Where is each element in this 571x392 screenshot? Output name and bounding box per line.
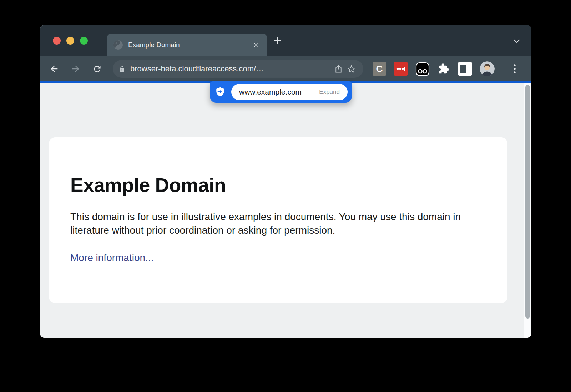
tab-strip: Example Domain [40, 25, 531, 56]
tab-title: Example Domain [128, 41, 252, 49]
kebab-menu-icon [513, 63, 516, 74]
scrollbar-thumb[interactable] [525, 85, 530, 319]
tab-close-icon[interactable] [252, 41, 261, 49]
example-domain-card: Example Domain This domain is for use in… [49, 137, 507, 303]
extensions-menu-button[interactable] [437, 62, 450, 76]
page-title: Example Domain [70, 174, 486, 197]
reload-button[interactable] [91, 62, 103, 75]
isolated-hostname: www.example.com [239, 88, 302, 96]
shield-arrow-icon [215, 87, 226, 97]
page-viewport: www.example.com Expand Example Domain Th… [40, 83, 531, 338]
rings-extension-button[interactable] [415, 62, 429, 76]
globe-icon [113, 40, 123, 50]
expand-button[interactable]: Expand [319, 88, 340, 96]
forward-arrow-icon [71, 64, 81, 74]
profile-avatar-button[interactable] [480, 61, 495, 76]
page-paragraph: This domain is for use in illustrative e… [70, 210, 477, 237]
share-button[interactable] [332, 62, 345, 75]
more-information-link[interactable]: More information... [70, 252, 153, 263]
window-minimize-button[interactable] [66, 37, 74, 45]
lastpass-dots-icon [394, 62, 408, 76]
extensions-area: C [373, 61, 519, 76]
browser-tab[interactable]: Example Domain [107, 34, 267, 56]
url-text: browser-beta.cloudflareaccess.com/… [130, 64, 332, 73]
browser-window: Example Domain [40, 25, 531, 338]
c-extension-glyph: C [376, 63, 383, 75]
c-extension-button[interactable]: C [373, 62, 386, 76]
lastpass-extension-button[interactable] [394, 62, 408, 76]
isolation-pill[interactable]: www.example.com Expand [210, 81, 352, 103]
browser-menu-button[interactable] [510, 62, 519, 75]
star-icon [347, 64, 356, 74]
window-zoom-button[interactable] [80, 37, 88, 45]
new-tab-button[interactable] [273, 36, 283, 46]
chevron-down-icon [512, 36, 521, 46]
plus-icon [273, 36, 282, 45]
window-close-button[interactable] [53, 37, 61, 45]
browser-toolbar: browser-beta.cloudflareaccess.com/… C [40, 56, 531, 81]
side-panel-icon [460, 65, 466, 73]
black-rings-icon [415, 62, 430, 76]
lock-icon [118, 66, 125, 72]
avatar-photo [480, 61, 495, 76]
share-icon [334, 64, 343, 74]
back-button[interactable] [48, 62, 61, 75]
puzzle-icon [438, 63, 449, 75]
tab-search-chevron-button[interactable] [512, 36, 521, 46]
address-bar[interactable]: browser-beta.cloudflareaccess.com/… [113, 60, 363, 78]
side-panel-button[interactable] [458, 62, 472, 76]
back-arrow-icon [49, 64, 59, 74]
isolation-host-pill: www.example.com Expand [231, 84, 348, 100]
bookmark-star-button[interactable] [345, 62, 358, 75]
forward-button[interactable] [69, 62, 82, 75]
traffic-lights [53, 37, 88, 45]
reload-icon [92, 64, 102, 74]
